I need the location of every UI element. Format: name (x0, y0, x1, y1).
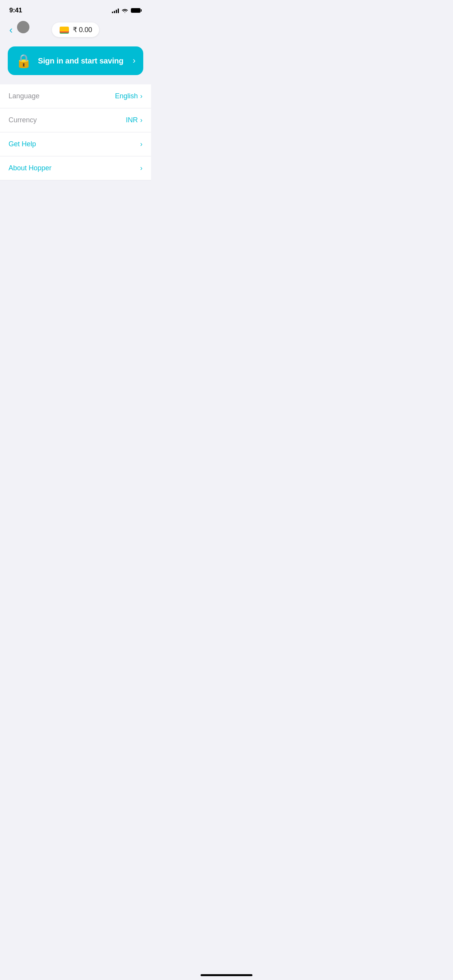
battery-icon (131, 8, 142, 13)
signin-text: Sign in and start saving (38, 57, 124, 65)
currency-setting[interactable]: Currency INR › (0, 108, 151, 132)
about-hopper-setting[interactable]: About Hopper › (0, 156, 151, 180)
currency-label: Currency (9, 116, 37, 124)
status-bar: 9:41 (0, 0, 151, 19)
get-help-label: Get Help (9, 140, 36, 148)
about-hopper-label: About Hopper (9, 164, 51, 172)
nav-dot (17, 21, 29, 33)
svg-rect-2 (60, 27, 69, 32)
wallet-cards-icon (59, 26, 70, 34)
language-setting[interactable]: Language English › (0, 84, 151, 108)
signin-left: 🔒 Sign in and start saving (15, 54, 124, 67)
get-help-right: › (140, 140, 142, 148)
about-hopper-right: › (140, 164, 142, 172)
get-help-setting[interactable]: Get Help › (0, 132, 151, 156)
about-hopper-chevron-icon: › (140, 164, 142, 172)
status-time: 9:41 (9, 7, 22, 14)
language-value: English (115, 92, 138, 100)
settings-list: Language English › Currency INR › Get He… (0, 84, 151, 180)
lock-icon: 🔒 (15, 54, 32, 67)
nav-bar: ‹ ₹ 0.00 (0, 19, 151, 43)
currency-value: INR (126, 116, 138, 124)
currency-chevron-icon: › (140, 116, 142, 124)
signin-chevron-icon: › (133, 56, 136, 66)
wallet-pill[interactable]: ₹ 0.00 (52, 22, 99, 37)
wifi-icon (122, 8, 128, 13)
wallet-amount: ₹ 0.00 (73, 26, 92, 34)
signal-bars-icon (112, 8, 119, 13)
language-label: Language (9, 92, 39, 100)
back-chevron-icon: ‹ (9, 24, 13, 36)
signin-banner[interactable]: 🔒 Sign in and start saving › (8, 46, 143, 75)
language-chevron-icon: › (140, 92, 142, 100)
language-right: English › (115, 92, 142, 100)
status-icons (112, 8, 142, 13)
currency-right: INR › (126, 116, 142, 124)
get-help-chevron-icon: › (140, 140, 142, 148)
back-button[interactable]: ‹ (8, 23, 14, 36)
